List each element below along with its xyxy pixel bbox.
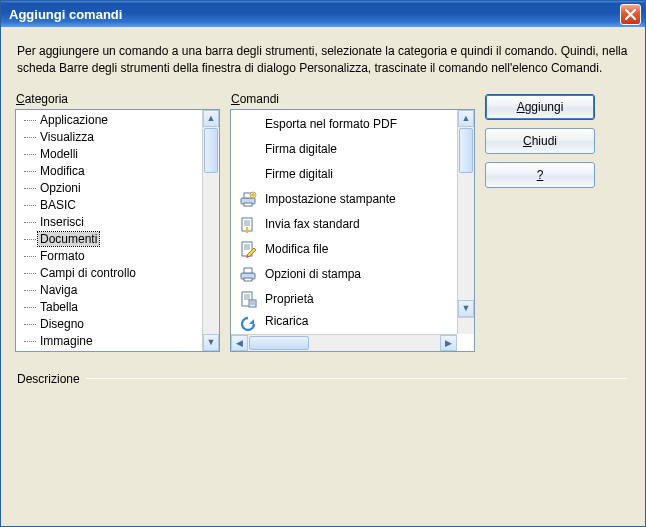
tree-connector-icon — [24, 222, 36, 223]
horizontal-scrollbar[interactable]: ◀ ▶ — [231, 334, 457, 351]
categoria-item[interactable]: Modifica — [18, 163, 202, 180]
scroll-corner — [457, 317, 474, 334]
tree-connector-icon — [24, 290, 36, 291]
scroll-right-button[interactable]: ▶ — [440, 335, 457, 351]
categoria-item-label: BASIC — [38, 198, 78, 212]
tree-connector-icon — [24, 154, 36, 155]
reload-icon — [237, 314, 259, 332]
close-button[interactable] — [620, 4, 641, 25]
buttons-column: Aggiungi Chiudi ? — [485, 92, 595, 188]
comando-item-label: Modifica file — [259, 242, 328, 256]
scroll-left-button[interactable]: ◀ — [231, 335, 248, 351]
comando-item[interactable]: Invia fax standard — [233, 212, 457, 237]
comando-item[interactable]: Ricarica — [233, 312, 457, 332]
vertical-scrollbar[interactable]: ▲ ▼ — [457, 110, 474, 317]
categoria-item-label: Modifica — [38, 164, 87, 178]
tree-connector-icon — [24, 137, 36, 138]
instructions-text: Per aggiungere un comando a una barra de… — [15, 39, 631, 86]
categoria-item[interactable]: Immagine — [18, 333, 202, 349]
comando-item[interactable]: Firme digitali — [233, 162, 457, 187]
comando-item-label: Proprietà — [259, 292, 314, 306]
descrizione-body — [15, 386, 631, 476]
window-title: Aggiungi comandi — [9, 7, 122, 22]
tree-connector-icon — [24, 188, 36, 189]
scroll-thumb[interactable] — [204, 128, 218, 173]
categoria-item[interactable]: Formato — [18, 248, 202, 265]
categoria-item-label: Modelli — [38, 147, 80, 161]
categoria-item-label: Naviga — [38, 283, 79, 297]
close-icon — [625, 9, 636, 20]
comando-item-label: Firme digitali — [259, 167, 333, 181]
tree-connector-icon — [24, 324, 36, 325]
dialog-window: Aggiungi comandi Per aggiungere un coman… — [0, 0, 646, 527]
categoria-tree: ApplicazioneVisualizzaModelliModificaOpz… — [18, 112, 202, 349]
comando-item[interactable]: Firma digitale — [233, 137, 457, 162]
categoria-item-label: Disegno — [38, 317, 86, 331]
comando-item[interactable]: Opzioni di stampa — [233, 262, 457, 287]
categoria-item[interactable]: Disegno — [18, 316, 202, 333]
scroll-thumb[interactable] — [249, 336, 309, 350]
scroll-down-button[interactable]: ▼ — [458, 300, 474, 317]
categoria-item[interactable]: BASIC — [18, 197, 202, 214]
comando-item-label: Ricarica — [259, 314, 308, 328]
comando-item-label: Invia fax standard — [259, 217, 360, 231]
tree-connector-icon — [24, 273, 36, 274]
scroll-track[interactable] — [458, 174, 474, 300]
columns: Categoria ApplicazioneVisualizzaModelliM… — [15, 92, 631, 352]
comando-item[interactable]: Modifica file — [233, 237, 457, 262]
comando-item-label: Firma digitale — [259, 142, 337, 156]
comando-item[interactable]: Proprietà — [233, 287, 457, 312]
scroll-track[interactable] — [203, 174, 219, 334]
print-options-icon — [237, 264, 259, 284]
tree-connector-icon — [24, 256, 36, 257]
help-button[interactable]: ? — [485, 162, 595, 188]
categoria-item[interactable]: Campi di controllo — [18, 265, 202, 282]
comando-item[interactable]: Impostazione stampante — [233, 187, 457, 212]
categoria-item-label: Applicazione — [38, 113, 110, 127]
chiudi-button[interactable]: Chiudi — [485, 128, 595, 154]
comando-item-label: Opzioni di stampa — [259, 267, 361, 281]
dialog-content: Per aggiungere un comando a una barra de… — [1, 27, 645, 526]
scroll-thumb[interactable] — [459, 128, 473, 173]
tree-connector-icon — [24, 307, 36, 308]
categoria-listbox[interactable]: ApplicazioneVisualizzaModelliModificaOpz… — [15, 109, 220, 352]
categoria-item[interactable]: Opzioni — [18, 180, 202, 197]
categoria-item[interactable]: Modelli — [18, 146, 202, 163]
comando-item[interactable]: Esporta nel formato PDF — [233, 112, 457, 137]
scroll-up-button[interactable]: ▲ — [458, 110, 474, 127]
comandi-listbox[interactable]: Esporta nel formato PDFFirma digitaleFir… — [230, 109, 475, 352]
scroll-up-button[interactable]: ▲ — [203, 110, 219, 127]
descrizione-label: Descrizione — [17, 372, 80, 386]
categoria-item[interactable]: Tabella — [18, 299, 202, 316]
scroll-down-button[interactable]: ▼ — [203, 334, 219, 351]
categoria-item[interactable]: Naviga — [18, 282, 202, 299]
comandi-label: Comandi — [230, 92, 475, 109]
titlebar[interactable]: Aggiungi comandi — [1, 1, 645, 27]
tree-connector-icon — [24, 171, 36, 172]
categoria-item-label: Tabella — [38, 300, 80, 314]
comando-item-label: Esporta nel formato PDF — [259, 117, 397, 131]
categoria-item-label: Formato — [38, 249, 87, 263]
properties-icon — [237, 289, 259, 309]
aggiungi-button[interactable]: Aggiungi — [485, 94, 595, 120]
categoria-item[interactable]: Documenti — [18, 231, 202, 248]
vertical-scrollbar[interactable]: ▲ ▼ — [202, 110, 219, 351]
categoria-item[interactable]: Visualizza — [18, 129, 202, 146]
categoria-item-label: Documenti — [38, 232, 99, 246]
descrizione-section: Descrizione — [15, 372, 631, 476]
categoria-item-label: Visualizza — [38, 130, 96, 144]
categoria-item-label: Opzioni — [38, 181, 83, 195]
categoria-item-label: Inserisci — [38, 215, 86, 229]
categoria-item-label: Immagine — [38, 334, 95, 348]
categoria-item-label: Campi di controllo — [38, 266, 138, 280]
printer-settings-icon — [237, 189, 259, 209]
categoria-label: Categoria — [15, 92, 220, 109]
tree-connector-icon — [24, 205, 36, 206]
categoria-item[interactable]: Applicazione — [18, 112, 202, 129]
comandi-list: Esporta nel formato PDFFirma digitaleFir… — [233, 112, 457, 334]
scroll-track[interactable] — [310, 335, 440, 351]
comandi-column: Comandi Esporta nel formato PDFFirma dig… — [230, 92, 475, 352]
separator-line — [86, 378, 627, 379]
categoria-column: Categoria ApplicazioneVisualizzaModelliM… — [15, 92, 220, 352]
categoria-item[interactable]: Inserisci — [18, 214, 202, 231]
